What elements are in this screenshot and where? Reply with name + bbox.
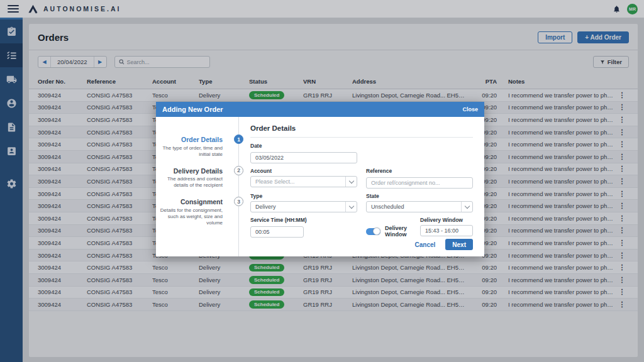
- state-label: State: [366, 193, 473, 199]
- step-title: Order Details: [158, 136, 223, 144]
- service-time-field[interactable]: [250, 226, 304, 238]
- step-title: Delivery Details: [158, 167, 223, 175]
- next-button[interactable]: Next: [445, 239, 473, 250]
- wizard-step-1[interactable]: 1Order DetailsThe type of order, time an…: [158, 136, 223, 158]
- type-select[interactable]: Delivery: [250, 201, 357, 212]
- chevron-down-icon: [345, 177, 357, 187]
- reference-field[interactable]: [366, 177, 473, 189]
- step-number-badge: 1: [234, 134, 243, 144]
- step-description: The address and contact details of the r…: [158, 176, 223, 189]
- state-value: Unscheduled: [371, 204, 461, 210]
- delivery-window-label: Delivery Window: [420, 217, 463, 223]
- account-select[interactable]: Please Select...: [250, 176, 357, 187]
- step-description: Details for the consignment, such as wei…: [158, 207, 223, 226]
- order-details-form: Order Details Date Account Please Select…: [239, 117, 484, 256]
- state-select[interactable]: Unscheduled: [366, 201, 473, 212]
- form-divider: [250, 137, 473, 138]
- type-value: Delivery: [255, 204, 345, 210]
- modal-title: Adding New Order: [162, 106, 223, 113]
- modal-header: Adding New Order Close: [156, 102, 484, 117]
- type-label: Type: [250, 193, 357, 199]
- account-label: Account: [250, 168, 357, 174]
- delivery-window-toggle[interactable]: [366, 228, 380, 235]
- modal-close-button[interactable]: Close: [462, 106, 478, 112]
- step-description: The type of order, time and initial stat…: [158, 145, 223, 158]
- chevron-down-icon: [345, 202, 357, 212]
- form-section-title: Order Details: [250, 124, 473, 132]
- cancel-button[interactable]: Cancel: [415, 241, 436, 248]
- delivery-window-toggle-label: Delivery Window: [385, 225, 420, 238]
- wizard-step-2[interactable]: 2Delivery DetailsThe address and contact…: [158, 167, 223, 189]
- delivery-window-field[interactable]: [420, 225, 473, 236]
- add-order-modal: Adding New Order Close 1Order DetailsThe…: [156, 102, 484, 256]
- modal-footer: Cancel Next: [250, 239, 473, 256]
- chevron-down-icon: [461, 202, 472, 212]
- wizard-step-3[interactable]: 3ConsignmentDetails for the consignment,…: [158, 198, 223, 226]
- wizard-steps: 1Order DetailsThe type of order, time an…: [156, 117, 239, 256]
- reference-label: Reference: [366, 168, 473, 174]
- step-number-badge: 2: [234, 166, 243, 175]
- step-title: Consignment: [158, 198, 223, 206]
- service-time-label: Service Time (HH:MM): [250, 217, 357, 223]
- account-value: Please Select...: [255, 178, 345, 185]
- date-field[interactable]: [250, 152, 357, 163]
- date-label: Date: [250, 143, 357, 149]
